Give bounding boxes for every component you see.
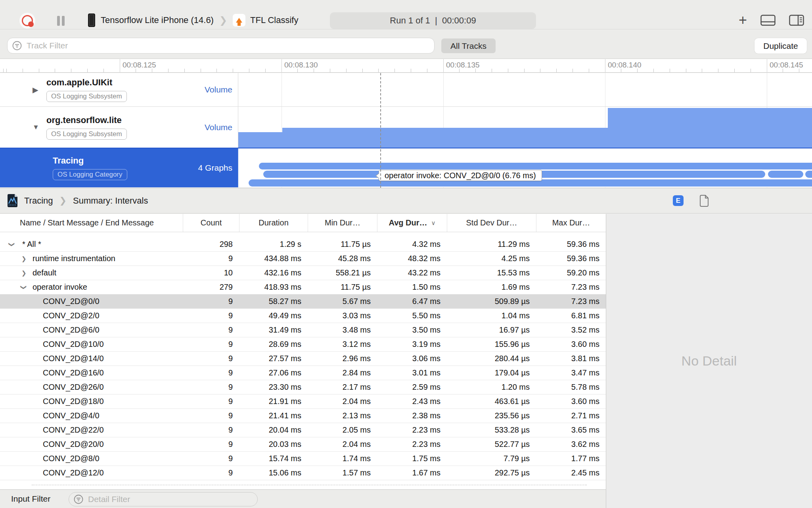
breadcrumb-instrument[interactable]: Tracing bbox=[24, 196, 53, 206]
column-header-name[interactable]: Name / Start Message / End Message bbox=[0, 214, 183, 232]
record-button[interactable] bbox=[19, 13, 35, 29]
interval-tooltip: operator invoke: CONV_2D@0/0 (6.76 ms) bbox=[379, 170, 542, 181]
track-chart-volume[interactable] bbox=[238, 107, 812, 148]
ruler-tick-label: 00:08.135 bbox=[446, 61, 480, 69]
outline-disclosure-chevron[interactable]: ❯ bbox=[21, 255, 27, 262]
row-value-cell: 3.60 ms bbox=[536, 397, 606, 406]
bottom-pane-toggle-button[interactable] bbox=[760, 15, 776, 26]
target-device-selector[interactable]: Tensorflow Lite iPhone (14.6) ❯ TFL Clas… bbox=[88, 11, 298, 29]
row-value-cell: 2.43 ms bbox=[377, 397, 447, 406]
table-row[interactable]: CONV_2D@22/0920.04 ms2.05 ms2.23 ms533.2… bbox=[0, 423, 606, 437]
track-row-tracing-selected[interactable]: Tracing OS Logging Category 4 Graphs ope… bbox=[0, 148, 812, 187]
table-header-row: Name / Start Message / End MessageCountD… bbox=[0, 214, 606, 232]
table-row[interactable]: CONV_2D@26/0923.30 ms2.17 ms2.59 ms1.20 … bbox=[0, 380, 606, 394]
column-header-label: Std Dev Dur… bbox=[466, 218, 517, 227]
row-value-cell: 533.28 µs bbox=[447, 425, 536, 435]
outline-disclosure-chevron[interactable]: ❯ bbox=[20, 285, 27, 290]
tracing-instrument-icon[interactable] bbox=[7, 194, 18, 207]
row-value-cell: 6.47 ms bbox=[377, 297, 447, 306]
track-chart-tracing[interactable]: operator invoke: CONV_2D@0/0 (6.76 ms) bbox=[238, 148, 812, 187]
row-value-cell: 15.74 ms bbox=[239, 454, 308, 463]
table-row[interactable]: ❯runtime instrumentation9434.88 ms45.28 … bbox=[0, 252, 606, 266]
row-name-cell: CONV_2D@14/0 bbox=[0, 352, 183, 366]
interval-bar[interactable] bbox=[768, 171, 803, 178]
row-name-cell: CONV_2D@8/0 bbox=[0, 452, 183, 466]
right-pane-toggle-button[interactable] bbox=[789, 15, 804, 26]
row-value-cell: 155.96 µs bbox=[447, 340, 536, 349]
pause-button[interactable] bbox=[57, 16, 67, 26]
column-header-count[interactable]: Count bbox=[183, 214, 239, 232]
row-value-cell: 2.13 ms bbox=[308, 411, 377, 420]
playhead-line[interactable] bbox=[380, 73, 381, 188]
row-value-cell: 43.22 ms bbox=[377, 268, 447, 277]
track-meta-label: Volume bbox=[205, 123, 232, 132]
table-row[interactable]: ❯operator invoke279418.93 ms11.75 µs1.50… bbox=[0, 280, 606, 294]
outline-disclosure-chevron[interactable]: ❯ bbox=[21, 269, 27, 277]
track-chart-uikit[interactable] bbox=[238, 73, 812, 106]
ruler-tick-label: 00:08.145 bbox=[770, 61, 803, 69]
table-row[interactable]: CONV_2D@12/0915.06 ms1.57 ms1.67 ms292.7… bbox=[0, 466, 606, 480]
track-row-tensorflow[interactable]: ▼ org.tensorflow.lite OS Logging Subsyst… bbox=[0, 107, 812, 148]
row-value-cell: 3.06 ms bbox=[377, 354, 447, 363]
table-row[interactable]: CONV_2D@16/0927.06 ms2.84 ms3.01 ms179.0… bbox=[0, 366, 606, 380]
row-value-cell: 2.59 ms bbox=[377, 383, 447, 392]
table-row[interactable]: CONV_2D@0/0958.27 ms5.67 ms6.47 ms509.89… bbox=[0, 294, 606, 309]
volume-step bbox=[238, 132, 282, 148]
row-name-cell: CONV_2D@2/0 bbox=[0, 309, 183, 323]
outline-disclosure-chevron[interactable]: ❯ bbox=[8, 242, 15, 247]
track-meta-label: Volume bbox=[205, 85, 232, 94]
row-value-cell: 23.30 ms bbox=[239, 383, 308, 392]
table-row[interactable]: CONV_2D@4/0921.41 ms2.13 ms2.38 ms235.56… bbox=[0, 409, 606, 423]
breadcrumb-page[interactable]: Summary: Intervals bbox=[73, 196, 148, 206]
row-value-cell: 9 bbox=[183, 397, 239, 406]
track-row-uikit[interactable]: ▶ com.apple.UIKit OS Logging Subsystem V… bbox=[0, 73, 812, 107]
detail-filter-input[interactable]: Detail Filter bbox=[69, 492, 258, 506]
table-row[interactable]: ❯default10432.16 ms558.21 µs43.22 ms15.5… bbox=[0, 266, 606, 280]
row-name-label: runtime instrumentation bbox=[33, 254, 115, 263]
document-icon[interactable] bbox=[699, 195, 709, 207]
interval-bar[interactable] bbox=[259, 163, 812, 169]
column-header-duration[interactable]: Duration bbox=[239, 214, 308, 232]
row-value-cell: 2.04 ms bbox=[308, 397, 377, 406]
column-header-label: Name / Start Message / End Message bbox=[20, 218, 154, 227]
row-value-cell: 1.29 s bbox=[239, 240, 308, 249]
column-header-max-dur[interactable]: Max Dur… bbox=[536, 214, 606, 232]
row-name-label: CONV_2D@6/0 bbox=[43, 325, 100, 335]
row-value-cell: 3.60 ms bbox=[536, 340, 606, 349]
sort-indicator-icon: ∨ bbox=[431, 219, 436, 227]
row-value-cell: 7.23 ms bbox=[536, 283, 606, 292]
interval-bar[interactable] bbox=[805, 171, 812, 178]
no-detail-placeholder: No Detail bbox=[682, 353, 737, 369]
table-row[interactable]: ❯* All *2981.29 s11.75 µs4.32 ms11.29 ms… bbox=[0, 237, 606, 252]
row-value-cell: 6.81 ms bbox=[536, 311, 606, 320]
row-name-label: CONV_2D@8/0 bbox=[43, 454, 100, 463]
table-row[interactable]: CONV_2D@10/0928.69 ms3.12 ms3.19 ms155.9… bbox=[0, 337, 606, 352]
extended-detail-button[interactable]: E bbox=[673, 195, 684, 206]
table-row[interactable]: CONV_2D@20/0920.03 ms2.04 ms2.23 ms522.7… bbox=[0, 437, 606, 452]
disclosure-triangle-collapsed-icon[interactable]: ▶ bbox=[33, 85, 38, 94]
timeline-ruler[interactable]: 00:08.12500:08.13000:08.13500:08.14000:0… bbox=[0, 59, 812, 73]
tensorflow-app-icon bbox=[233, 14, 245, 27]
track-title: Tracing bbox=[53, 156, 127, 166]
track-filter-input[interactable]: Track Filter bbox=[7, 38, 435, 54]
column-header-std-dev-dur[interactable]: Std Dev Dur… bbox=[447, 214, 536, 232]
all-tracks-button[interactable]: All Tracks bbox=[441, 38, 496, 53]
table-row[interactable]: CONV_2D@6/0931.49 ms3.48 ms3.50 ms16.97 … bbox=[0, 323, 606, 337]
column-header-avg-dur[interactable]: Avg Dur…∨ bbox=[377, 214, 447, 232]
row-value-cell: 49.49 ms bbox=[239, 311, 308, 320]
row-value-cell: 2.04 ms bbox=[308, 440, 377, 449]
row-name-cell: CONV_2D@6/0 bbox=[0, 323, 183, 337]
column-header-min-dur[interactable]: Min Dur… bbox=[308, 214, 377, 232]
row-value-cell: 9 bbox=[183, 425, 239, 435]
ruler-major-tick bbox=[282, 59, 282, 73]
row-value-cell: 59.36 ms bbox=[536, 254, 606, 263]
duplicate-button[interactable]: Duplicate bbox=[755, 38, 807, 54]
row-value-cell: 27.57 ms bbox=[239, 354, 308, 363]
table-row[interactable]: CONV_2D@8/0915.74 ms1.74 ms1.75 ms7.79 µ… bbox=[0, 452, 606, 466]
table-row[interactable]: CONV_2D@2/0949.49 ms3.03 ms5.50 ms1.04 m… bbox=[0, 309, 606, 323]
disclosure-triangle-expanded-icon[interactable]: ▼ bbox=[33, 123, 39, 131]
table-row[interactable]: CONV_2D@14/0927.57 ms2.96 ms3.06 ms280.4… bbox=[0, 352, 606, 366]
table-row[interactable]: CONV_2D@18/0921.91 ms2.04 ms2.43 ms463.6… bbox=[0, 394, 606, 409]
row-value-cell: 2.05 ms bbox=[308, 425, 377, 435]
add-instrument-button[interactable]: + bbox=[739, 13, 747, 27]
